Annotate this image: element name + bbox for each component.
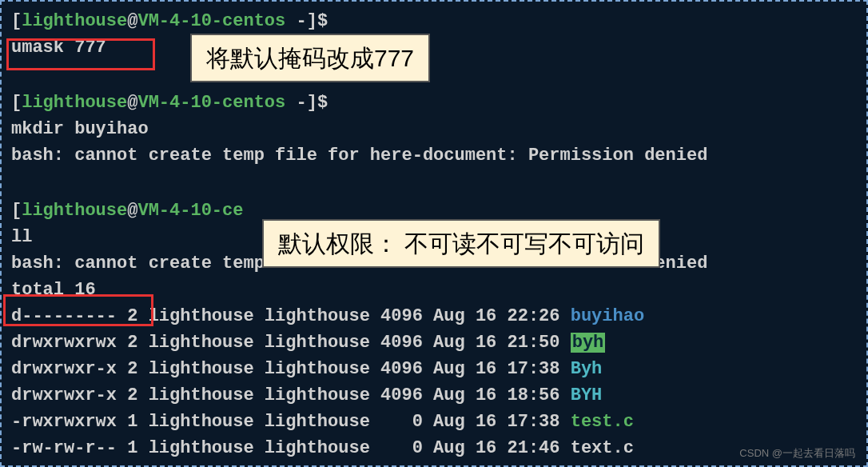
highlight-box-umask bbox=[6, 38, 155, 70]
file-listing: d--------- 2 lighthouse lighthouse 4096 … bbox=[11, 303, 857, 461]
list-item: -rw-rw-r-- 1 lighthouse lighthouse 0 Aug… bbox=[11, 435, 857, 461]
prompt-line-1: [lighthouse@VM-4-10-centos -]$ bbox=[11, 8, 857, 34]
prompt-line-2: [lighthouse@VM-4-10-centos -]$ bbox=[11, 90, 857, 116]
watermark: CSDN @一起去看日落吗 bbox=[739, 445, 855, 461]
command-mkdir: mkdir buyihao bbox=[11, 116, 857, 142]
list-item: drwxrwxr-x 2 lighthouse lighthouse 4096 … bbox=[11, 382, 857, 409]
list-item: drwxrwxrwx 2 lighthouse lighthouse 4096 … bbox=[11, 329, 857, 356]
list-item: -rwxrwxrwx 1 lighthouse lighthouse 0 Aug… bbox=[11, 409, 857, 435]
annotation-perm: 默认权限： 不可读不可写不可访问 bbox=[262, 219, 660, 268]
highlight-box-perm bbox=[3, 294, 153, 326]
annotation-umask: 将默认掩码改成777 bbox=[190, 34, 430, 82]
list-item: drwxrwxr-x 2 lighthouse lighthouse 4096 … bbox=[11, 356, 857, 382]
bash-error-1: bash: cannot create temp file for here-d… bbox=[11, 142, 857, 169]
